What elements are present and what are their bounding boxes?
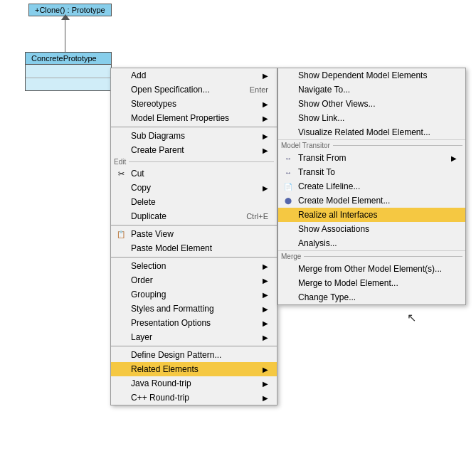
submenu-item-show-associations[interactable]: Show Associations — [278, 222, 465, 236]
submenu-item-transit-to-label: Transit To — [298, 167, 335, 177]
menu-item-copy-label: Copy — [131, 183, 151, 193]
menu-item-paste-view-label: Paste View — [131, 229, 174, 239]
submenu-item-create-lifeline[interactable]: 📄 Create Lifeline... — [278, 179, 465, 193]
separator-4 — [111, 346, 277, 346]
menu-item-presentation-options[interactable]: Presentation Options ▶ — [111, 316, 277, 330]
uml-class-top-label: +Clone() : Prototype — [35, 6, 105, 14]
submenu-item-create-model-element-label: Create Model Element... — [298, 196, 390, 206]
arrow-icon: ▶ — [263, 147, 268, 154]
menu-item-stereotypes[interactable]: Stereotypes ▶ — [111, 97, 277, 111]
edit-section-label: Edit — [111, 157, 277, 166]
arrow-icon: ▶ — [263, 277, 268, 285]
submenu-item-show-other-views[interactable]: Show Other Views... — [278, 97, 465, 111]
submenu-item-visualize-related-label: Visualize Related Model Element... — [298, 127, 430, 137]
menu-item-duplicate[interactable]: Duplicate Ctrl+E — [111, 209, 277, 223]
submenu-item-realize-all-interfaces[interactable]: Realize all Interfaces — [278, 208, 465, 222]
uml-class-body — [26, 65, 111, 78]
paste-view-icon: 📋 — [115, 228, 127, 240]
submenu-item-transit-from-label: Transit From — [298, 153, 347, 163]
submenu-item-merge-from-other-label: Merge from Other Model Element(s)... — [298, 264, 442, 274]
submenu-item-navigate-to[interactable]: Navigate To... — [278, 83, 465, 97]
menu-item-styles-formatting-label: Styles and Formatting — [131, 304, 214, 314]
transit-from-icon: ↔ — [282, 152, 294, 164]
arrow-icon: ▶ — [263, 305, 268, 313]
submenu-item-create-lifeline-label: Create Lifeline... — [298, 181, 360, 191]
uml-class-bottom-title: ConcretePrototype — [26, 53, 111, 65]
submenu-item-navigate-to-label: Navigate To... — [298, 85, 350, 95]
uml-class-box-bottom[interactable]: ConcretePrototype — [25, 52, 112, 91]
menu-item-layer-label: Layer — [131, 332, 152, 342]
arrow-icon: ▶ — [263, 115, 268, 122]
menu-item-order-label: Order — [131, 275, 153, 285]
menu-item-define-design-pattern[interactable]: Define Design Pattern... — [111, 348, 277, 362]
submenu-item-show-other-views-label: Show Other Views... — [298, 99, 376, 109]
arrow-icon: ▶ — [263, 334, 268, 341]
menu-item-duplicate-label: Duplicate — [131, 211, 166, 221]
menu-item-sub-diagrams-label: Sub Diagrams — [131, 131, 185, 141]
menu-item-create-parent-label: Create Parent — [131, 145, 184, 155]
separator-2 — [111, 225, 277, 226]
menu-item-layer[interactable]: Layer ▶ — [111, 330, 277, 344]
menu-item-create-parent[interactable]: Create Parent ▶ — [111, 143, 277, 157]
cut-icon: ✂ — [115, 168, 127, 179]
menu-item-grouping-label: Grouping — [131, 290, 166, 299]
menu-item-cpp-round-trip[interactable]: C++ Round-trip ▶ — [111, 391, 277, 405]
arrow-icon: ▶ — [263, 291, 268, 299]
menu-item-add[interactable]: Add ▶ — [111, 68, 277, 83]
create-lifeline-icon: 📄 — [282, 181, 294, 192]
menu-item-paste-view[interactable]: 📋 Paste View — [111, 227, 277, 241]
arrow-icon: ▶ — [263, 262, 268, 270]
shortcut-enter: Enter — [250, 85, 268, 94]
menu-item-cut[interactable]: ✂ Cut — [111, 166, 277, 181]
submenu-item-show-dependent-label: Show Dependent Model Elements — [298, 70, 427, 80]
menu-item-stereotypes-label: Stereotypes — [131, 99, 176, 109]
shortcut-ctrl-e: Ctrl+E — [246, 212, 268, 221]
arrow-icon: ▶ — [263, 184, 268, 192]
submenu-related-elements: Show Dependent Model Elements Navigate T… — [277, 68, 466, 305]
cursor-indicator: ↖ — [407, 311, 416, 324]
menu-item-open-spec[interactable]: Open Specification... Enter — [111, 83, 277, 97]
transit-to-icon: ↔ — [282, 166, 294, 178]
create-model-element-icon: ⬤ — [282, 195, 294, 206]
merge-section-label: Merge — [278, 250, 465, 262]
menu-item-delete[interactable]: Delete — [111, 195, 277, 209]
arrow-icon: ▶ — [263, 72, 268, 80]
arrow-icon: ▶ — [263, 394, 268, 402]
menu-item-related-elements[interactable]: Related Elements ▶ — [111, 362, 277, 376]
menu-item-related-elements-label: Related Elements — [131, 364, 199, 374]
menu-item-delete-label: Delete — [131, 197, 156, 207]
menu-item-styles-formatting[interactable]: Styles and Formatting ▶ — [111, 302, 277, 316]
submenu-item-transit-from[interactable]: ↔ Transit From ▶ — [278, 151, 465, 165]
menu-item-copy[interactable]: Copy ▶ — [111, 181, 277, 195]
submenu-item-transit-to[interactable]: ↔ Transit To — [278, 165, 465, 179]
submenu-item-merge-from-other[interactable]: Merge from Other Model Element(s)... — [278, 262, 465, 276]
submenu-item-merge-to-model[interactable]: Merge to Model Element... — [278, 276, 465, 290]
submenu-item-show-dependent[interactable]: Show Dependent Model Elements — [278, 68, 465, 83]
menu-item-java-round-trip[interactable]: Java Round-trip ▶ — [111, 376, 277, 391]
menu-item-selection[interactable]: Selection ▶ — [111, 259, 277, 273]
submenu-item-create-model-element[interactable]: ⬤ Create Model Element... — [278, 193, 465, 208]
menu-item-grouping[interactable]: Grouping ▶ — [111, 287, 277, 302]
submenu-item-visualize-related[interactable]: Visualize Related Model Element... — [278, 125, 465, 139]
separator-3 — [111, 257, 277, 258]
menu-item-open-spec-label: Open Specification... — [131, 85, 210, 95]
submenu-item-realize-all-interfaces-label: Realize all Interfaces — [298, 210, 377, 220]
menu-item-sub-diagrams[interactable]: Sub Diagrams ▶ — [111, 129, 277, 143]
arrow-icon: ▶ — [451, 154, 457, 162]
arrow-icon: ▶ — [263, 132, 268, 140]
uml-class-box-top[interactable]: +Clone() : Prototype — [28, 4, 112, 16]
menu-item-model-element-props-label: Model Element Properties — [131, 113, 229, 123]
uml-class-footer — [26, 78, 111, 90]
arrow-icon: ▶ — [263, 319, 268, 327]
menu-item-model-element-props[interactable]: Model Element Properties ▶ — [111, 111, 277, 125]
submenu-item-show-link[interactable]: Show Link... — [278, 111, 465, 125]
arrow-icon: ▶ — [263, 100, 268, 108]
menu-item-order[interactable]: Order ▶ — [111, 273, 277, 287]
submenu-item-show-link-label: Show Link... — [298, 113, 344, 123]
menu-item-paste-model[interactable]: Paste Model Element — [111, 241, 277, 255]
menu-item-add-label: Add — [131, 70, 146, 80]
submenu-item-analysis[interactable]: Analysis... — [278, 236, 465, 250]
submenu-item-merge-to-model-label: Merge to Model Element... — [298, 278, 398, 288]
submenu-item-change-type[interactable]: Change Type... — [278, 290, 465, 304]
menu-item-paste-model-label: Paste Model Element — [131, 243, 212, 253]
